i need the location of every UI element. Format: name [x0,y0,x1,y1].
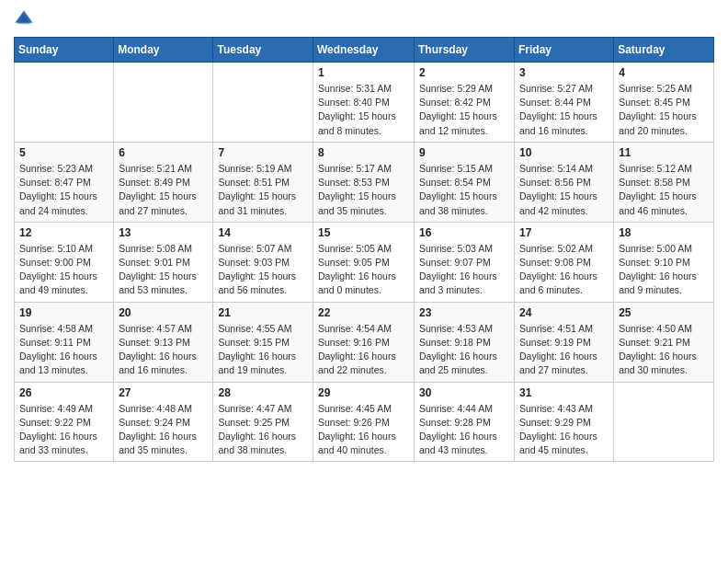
day-info: Sunrise: 4:48 AMSunset: 9:24 PMDaylight:… [119,402,208,458]
day-info: Sunrise: 4:44 AMSunset: 9:28 PMDaylight:… [419,402,509,458]
day-number: 10 [519,146,609,159]
calendar-cell: 8Sunrise: 5:17 AMSunset: 8:53 PMDaylight… [313,142,415,222]
day-info: Sunrise: 5:02 AMSunset: 9:08 PMDaylight:… [519,242,609,298]
calendar-cell: 9Sunrise: 5:15 AMSunset: 8:54 PMDaylight… [415,142,515,222]
calendar-table: SundayMondayTuesdayWednesdayThursdayFrid… [14,37,714,462]
day-number: 7 [218,146,308,159]
day-number: 12 [19,226,108,239]
day-info: Sunrise: 4:45 AMSunset: 9:26 PMDaylight:… [318,402,409,458]
day-number: 24 [519,306,609,319]
day-number: 26 [19,386,108,399]
calendar-cell: 6Sunrise: 5:21 AMSunset: 8:49 PMDaylight… [114,142,213,222]
day-info: Sunrise: 4:54 AMSunset: 9:16 PMDaylight:… [318,322,409,378]
day-number: 15 [318,226,409,239]
calendar-cell: 15Sunrise: 5:05 AMSunset: 9:05 PMDayligh… [313,222,415,302]
day-number: 17 [519,226,609,239]
day-number: 25 [619,306,709,319]
calendar-cell: 17Sunrise: 5:02 AMSunset: 9:08 PMDayligh… [515,222,614,302]
calendar-cell: 23Sunrise: 4:53 AMSunset: 9:18 PMDayligh… [415,302,515,382]
day-info: Sunrise: 4:49 AMSunset: 9:22 PMDaylight:… [19,402,108,458]
day-number: 20 [119,306,208,319]
day-number: 21 [218,306,308,319]
day-info: Sunrise: 4:43 AMSunset: 9:29 PMDaylight:… [519,402,609,458]
day-number: 2 [419,66,509,79]
day-info: Sunrise: 5:00 AMSunset: 9:10 PMDaylight:… [619,242,709,298]
week-row-2: 5Sunrise: 5:23 AMSunset: 8:47 PMDaylight… [15,142,714,222]
day-info: Sunrise: 5:23 AMSunset: 8:47 PMDaylight:… [19,162,108,218]
logo-icon [14,9,34,29]
day-info: Sunrise: 5:17 AMSunset: 8:53 PMDaylight:… [318,162,409,218]
day-info: Sunrise: 5:12 AMSunset: 8:58 PMDaylight:… [619,162,709,218]
calendar-cell: 18Sunrise: 5:00 AMSunset: 9:10 PMDayligh… [614,222,714,302]
weekday-saturday: Saturday [614,38,714,63]
calendar-cell: 12Sunrise: 5:10 AMSunset: 9:00 PMDayligh… [15,222,114,302]
day-number: 19 [19,306,108,319]
day-number: 29 [318,386,409,399]
day-info: Sunrise: 5:14 AMSunset: 8:56 PMDaylight:… [519,162,609,218]
calendar-body: 1Sunrise: 5:31 AMSunset: 8:40 PMDaylight… [15,63,714,462]
calendar-cell: 29Sunrise: 4:45 AMSunset: 9:26 PMDayligh… [313,382,415,462]
calendar-cell: 26Sunrise: 4:49 AMSunset: 9:22 PMDayligh… [15,382,114,462]
calendar-cell: 20Sunrise: 4:57 AMSunset: 9:13 PMDayligh… [114,302,213,382]
calendar-cell: 2Sunrise: 5:29 AMSunset: 8:42 PMDaylight… [415,63,515,143]
calendar-cell [15,63,114,143]
calendar-cell [114,63,213,143]
calendar-cell: 5Sunrise: 5:23 AMSunset: 8:47 PMDaylight… [15,142,114,222]
calendar-cell [213,63,313,143]
day-number: 27 [119,386,208,399]
day-number: 4 [619,66,709,79]
week-row-5: 26Sunrise: 4:49 AMSunset: 9:22 PMDayligh… [15,382,714,462]
day-info: Sunrise: 4:47 AMSunset: 9:25 PMDaylight:… [218,402,308,458]
day-info: Sunrise: 5:05 AMSunset: 9:05 PMDaylight:… [318,242,409,298]
calendar-cell: 4Sunrise: 5:25 AMSunset: 8:45 PMDaylight… [614,63,714,143]
day-number: 5 [19,146,108,159]
calendar-cell: 14Sunrise: 5:07 AMSunset: 9:03 PMDayligh… [213,222,313,302]
calendar-cell: 16Sunrise: 5:03 AMSunset: 9:07 PMDayligh… [415,222,515,302]
day-info: Sunrise: 5:03 AMSunset: 9:07 PMDaylight:… [419,242,509,298]
weekday-tuesday: Tuesday [213,38,313,63]
calendar-cell [614,382,714,462]
calendar-cell: 22Sunrise: 4:54 AMSunset: 9:16 PMDayligh… [313,302,415,382]
calendar-cell: 10Sunrise: 5:14 AMSunset: 8:56 PMDayligh… [515,142,614,222]
calendar-header: SundayMondayTuesdayWednesdayThursdayFrid… [15,38,714,63]
day-info: Sunrise: 4:53 AMSunset: 9:18 PMDaylight:… [419,322,509,378]
day-number: 1 [318,66,409,79]
day-info: Sunrise: 5:25 AMSunset: 8:45 PMDaylight:… [619,82,709,138]
week-row-1: 1Sunrise: 5:31 AMSunset: 8:40 PMDaylight… [15,63,714,143]
calendar-cell: 21Sunrise: 4:55 AMSunset: 9:15 PMDayligh… [213,302,313,382]
day-info: Sunrise: 5:10 AMSunset: 9:00 PMDaylight:… [19,242,108,298]
day-number: 9 [419,146,509,159]
day-number: 3 [519,66,609,79]
logo [14,9,38,29]
page-header [14,9,714,29]
weekday-friday: Friday [515,38,614,63]
weekday-sunday: Sunday [15,38,114,63]
calendar-cell: 11Sunrise: 5:12 AMSunset: 8:58 PMDayligh… [614,142,714,222]
day-info: Sunrise: 5:15 AMSunset: 8:54 PMDaylight:… [419,162,509,218]
weekday-monday: Monday [114,38,213,63]
day-info: Sunrise: 5:27 AMSunset: 8:44 PMDaylight:… [519,82,609,138]
day-info: Sunrise: 5:19 AMSunset: 8:51 PMDaylight:… [218,162,308,218]
day-number: 30 [419,386,509,399]
day-info: Sunrise: 4:51 AMSunset: 9:19 PMDaylight:… [519,322,609,378]
calendar-cell: 7Sunrise: 5:19 AMSunset: 8:51 PMDaylight… [213,142,313,222]
calendar-cell: 28Sunrise: 4:47 AMSunset: 9:25 PMDayligh… [213,382,313,462]
calendar-cell: 19Sunrise: 4:58 AMSunset: 9:11 PMDayligh… [15,302,114,382]
calendar-cell: 24Sunrise: 4:51 AMSunset: 9:19 PMDayligh… [515,302,614,382]
day-info: Sunrise: 5:07 AMSunset: 9:03 PMDaylight:… [218,242,308,298]
day-info: Sunrise: 4:58 AMSunset: 9:11 PMDaylight:… [19,322,108,378]
day-info: Sunrise: 5:21 AMSunset: 8:49 PMDaylight:… [119,162,208,218]
calendar-cell: 3Sunrise: 5:27 AMSunset: 8:44 PMDaylight… [515,63,614,143]
day-info: Sunrise: 5:29 AMSunset: 8:42 PMDaylight:… [419,82,509,138]
calendar-cell: 13Sunrise: 5:08 AMSunset: 9:01 PMDayligh… [114,222,213,302]
day-info: Sunrise: 5:08 AMSunset: 9:01 PMDaylight:… [119,242,208,298]
day-number: 6 [119,146,208,159]
calendar-cell: 27Sunrise: 4:48 AMSunset: 9:24 PMDayligh… [114,382,213,462]
week-row-3: 12Sunrise: 5:10 AMSunset: 9:00 PMDayligh… [15,222,714,302]
day-number: 11 [619,146,709,159]
day-info: Sunrise: 4:50 AMSunset: 9:21 PMDaylight:… [619,322,709,378]
day-number: 18 [619,226,709,239]
calendar-cell: 25Sunrise: 4:50 AMSunset: 9:21 PMDayligh… [614,302,714,382]
day-info: Sunrise: 4:55 AMSunset: 9:15 PMDaylight:… [218,322,308,378]
weekday-wednesday: Wednesday [313,38,415,63]
